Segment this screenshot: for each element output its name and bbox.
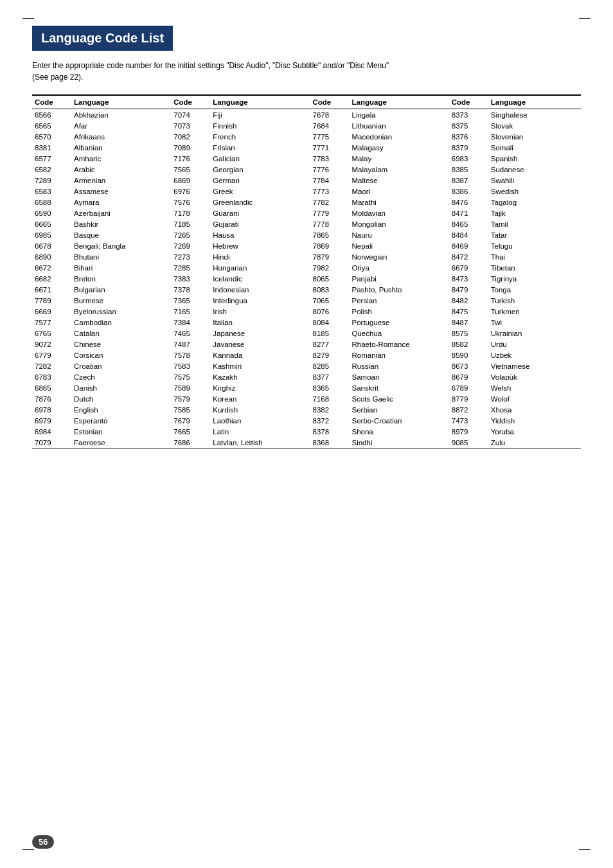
lang-cell: Xhosa: [488, 404, 581, 415]
lang-cell: Romanian: [350, 350, 442, 360]
col-gap-2: [303, 95, 310, 109]
gap-cell: [164, 306, 171, 317]
code-cell: 7185: [171, 218, 210, 229]
code-cell: 8590: [449, 350, 488, 360]
code-cell: 7578: [171, 350, 210, 360]
page-number: 56: [32, 835, 54, 849]
code-cell: 8387: [449, 175, 488, 186]
lang-cell: Albanian: [71, 142, 164, 153]
code-cell: 8779: [449, 393, 488, 404]
gap-cell: [303, 164, 310, 175]
code-cell: 7565: [171, 164, 210, 175]
gap-cell: [164, 218, 171, 229]
lang-cell: Armenian: [71, 175, 164, 186]
code-cell: 6765: [32, 328, 71, 339]
code-cell: 6865: [32, 382, 71, 393]
table-row: 6577 Amharic 7176 Galician 7783 Malay 69…: [32, 153, 581, 164]
code-cell: 8375: [449, 120, 488, 131]
gap-cell: [303, 131, 310, 142]
lang-cell: Japanese: [210, 328, 303, 339]
code-cell: 7577: [32, 317, 71, 328]
gap-cell: [164, 437, 171, 448]
code-cell: 9072: [32, 339, 71, 350]
table-row: 6583 Assamese 6976 Greek 7773 Maori 8386…: [32, 186, 581, 197]
code-cell: 7383: [171, 273, 210, 284]
lang-cell: Nauru: [350, 229, 442, 240]
lang-cell: Tibetan: [488, 262, 581, 273]
gap-cell: [303, 339, 310, 350]
gap-cell: [442, 218, 449, 229]
lang-cell: Yiddish: [488, 415, 581, 426]
code-cell: 7585: [171, 404, 210, 415]
code-cell: 8065: [310, 273, 350, 284]
gap-cell: [303, 218, 310, 229]
table-row: 7876 Dutch 7579 Korean 7168 Scots Gaelic…: [32, 393, 581, 404]
lang-cell: Danish: [71, 382, 164, 393]
col4-code-header: Code: [449, 95, 488, 109]
code-cell: 8373: [449, 109, 488, 121]
code-cell: 7575: [171, 371, 210, 382]
code-cell: 8471: [449, 208, 488, 218]
gap-cell: [303, 317, 310, 328]
lang-cell: Portuguese: [350, 317, 442, 328]
code-cell: 7686: [171, 437, 210, 448]
table-row: 7789 Burmese 7365 Interlingua 7065 Persi…: [32, 295, 581, 306]
lang-cell: Ukrainian: [488, 328, 581, 339]
language-table-container: Code Language Code Language Code Languag…: [32, 94, 581, 448]
lang-cell: Afar: [71, 120, 164, 131]
lang-cell: Faeroese: [71, 437, 164, 448]
lang-cell: Kazakh: [210, 371, 303, 382]
code-cell: 7384: [171, 317, 210, 328]
table-row: 6565 Afar 7073 Finnish 7684 Lithuanian 8…: [32, 120, 581, 131]
lang-cell: Swahili: [488, 175, 581, 186]
gap-cell: [164, 393, 171, 404]
gap-cell: [164, 284, 171, 295]
code-cell: 6566: [32, 109, 71, 121]
dash-tl: [22, 18, 34, 19]
lang-cell: Hausa: [210, 229, 303, 240]
table-row: 6582 Arabic 7565 Georgian 7776 Malayalam…: [32, 164, 581, 175]
code-cell: 7082: [171, 131, 210, 142]
code-cell: 8475: [449, 306, 488, 317]
table-row: 6682 Breton 7383 Icelandic 8065 Panjabi …: [32, 273, 581, 284]
lang-cell: Korean: [210, 393, 303, 404]
lang-cell: Czech: [71, 371, 164, 382]
code-cell: 8479: [449, 284, 488, 295]
code-cell: 7473: [449, 415, 488, 426]
gap-cell: [303, 120, 310, 131]
code-cell: 6583: [32, 186, 71, 197]
lang-cell: Italian: [210, 317, 303, 328]
code-cell: 7168: [310, 393, 350, 404]
gap-cell: [303, 197, 310, 208]
code-cell: 8379: [449, 142, 488, 153]
lang-cell: Chinese: [71, 339, 164, 350]
lang-cell: Urdu: [488, 339, 581, 350]
gap-cell: [442, 350, 449, 360]
gap-cell: [164, 240, 171, 251]
code-cell: 8377: [310, 371, 350, 382]
gap-cell: [442, 339, 449, 350]
lang-cell: Bihari: [71, 262, 164, 273]
table-row: 6984 Estonian 7665 Latin 8378 Shona 8979…: [32, 426, 581, 437]
code-cell: 8575: [449, 328, 488, 339]
gap-cell: [164, 426, 171, 437]
gap-cell: [303, 426, 310, 437]
lang-cell: Serbo-Croatian: [350, 415, 442, 426]
gap-cell: [442, 382, 449, 393]
code-cell: 6678: [32, 240, 71, 251]
lang-cell: Interlingua: [210, 295, 303, 306]
gap-cell: [164, 360, 171, 371]
code-cell: 6582: [32, 164, 71, 175]
lang-cell: Swedish: [488, 186, 581, 197]
code-cell: 6976: [171, 186, 210, 197]
gap-cell: [442, 306, 449, 317]
lang-cell: Uzbek: [488, 350, 581, 360]
code-cell: 8872: [449, 404, 488, 415]
col2-lang-header: Language: [210, 95, 303, 109]
gap-cell: [442, 284, 449, 295]
gap-cell: [303, 295, 310, 306]
table-row: 6566 Abkhazian 7074 Fiji 7678 Lingala 83…: [32, 109, 581, 121]
lang-cell: Lingala: [350, 109, 442, 121]
code-cell: 8484: [449, 229, 488, 240]
lang-cell: French: [210, 131, 303, 142]
